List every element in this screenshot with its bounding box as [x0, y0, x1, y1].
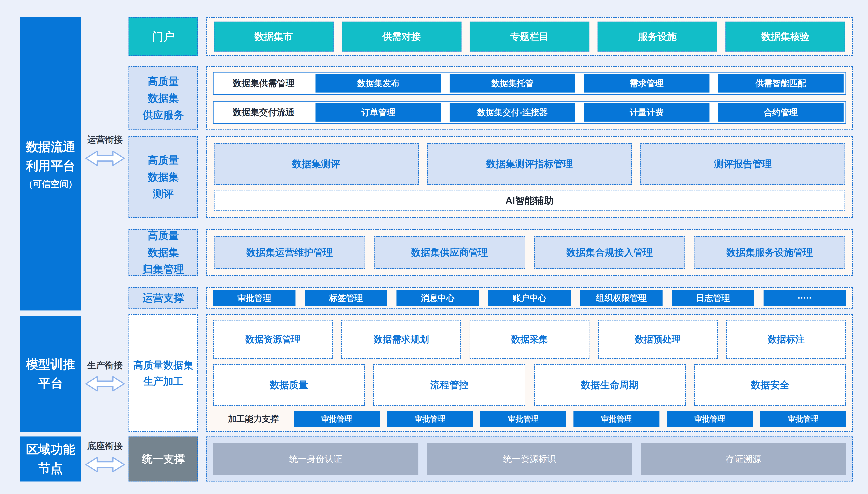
- processing-support-row: 加工能力支撑 审批管理 审批管理 审批管理 审批管理 审批管理 审批管理: [213, 411, 846, 427]
- connector-label: 生产衔接: [87, 359, 123, 371]
- row-label-collection: 高质量 数据集 归集管理: [129, 229, 198, 276]
- module-chip-approval: 审批管理: [667, 411, 753, 427]
- module-card-ops-maintenance: 数据集运营维护管理: [214, 236, 365, 269]
- row-label-text: 高质量数据集: [133, 357, 193, 373]
- module-card-evaluation-indicator: 数据集测评指标管理: [427, 143, 632, 185]
- module-chip-message-center: 消息中心: [397, 290, 479, 306]
- pillar-data-circulation-platform: 数据流通 利用平台 （可信空间）: [20, 17, 81, 310]
- row-label-text: 门户: [152, 27, 174, 45]
- module-chip-smart-matching: 供需智能匹配: [718, 74, 844, 93]
- pillar-regional-function-node: 区域功能 节点: [20, 436, 81, 481]
- module-card-data-quality: 数据质量: [213, 364, 365, 406]
- module-chip-order-mgmt: 订单管理: [315, 103, 441, 121]
- row-label-text: 统一支撑: [142, 450, 185, 468]
- row-label-text: 高质量: [148, 152, 179, 169]
- module-chip-tag-mgmt: 标签管理: [305, 290, 387, 306]
- delivery-circulation-group: 数据集交付流通 订单管理 数据集交付-连接器 计量计费 合约管理: [213, 101, 846, 124]
- module-chip-contract-mgmt: 合约管理: [718, 103, 844, 121]
- unified-row-container: 统一身份认证 统一资源标识 存证溯源: [207, 436, 853, 481]
- group-title: 数据集交付流通: [214, 107, 313, 118]
- module-card-process-control: 流程管控: [373, 364, 525, 406]
- module-card-evidence-trace: 存证溯源: [641, 443, 846, 475]
- module-chip-more: ·····: [764, 290, 846, 306]
- pillar-subtitle: （可信空间）: [24, 178, 77, 190]
- row-label-text: 数据集: [148, 90, 179, 107]
- pillar-title-line: 区域功能: [26, 440, 75, 459]
- module-chip-approval: 审批管理: [480, 411, 566, 427]
- connector-production: 生产衔接: [81, 359, 129, 393]
- module-chip-approval: 审批管理: [574, 411, 659, 427]
- row-label-text: 运营支撑: [142, 289, 184, 306]
- portal-row-container: 数据集市 供需对接 专题栏目 服务设施 数据集核验: [207, 17, 853, 56]
- module-chip-demand-mgmt: 需求管理: [584, 74, 710, 93]
- row-label-text: 生产加工: [143, 373, 183, 390]
- module-chip-approval: 审批管理: [387, 411, 473, 427]
- architecture-diagram: 数据流通 利用平台 （可信空间） 模型训推 平台 区域功能 节点 运营衔接 生产…: [0, 0, 868, 494]
- module-card-data-security: 数据安全: [694, 364, 846, 406]
- group-buttons: 数据集发布 数据集托管 需求管理 供需智能匹配: [313, 74, 846, 93]
- module-card-evaluation-report: 测评报告管理: [640, 143, 845, 185]
- module-card-data-lifecycle: 数据生命周期: [534, 364, 686, 406]
- module-card-supplier-mgmt: 数据集供应商管理: [374, 236, 525, 269]
- supply-row-container: 数据集供需管理 数据集发布 数据集托管 需求管理 供需智能匹配 数据集交付流通 …: [207, 66, 853, 130]
- row-label-text: 高质量: [148, 227, 179, 244]
- ai-assist-banner: AI智能辅助: [214, 190, 845, 211]
- module-card-resource-id: 统一资源标识: [427, 443, 632, 475]
- module-chip-account-center: 账户中心: [488, 290, 571, 306]
- module-card-data-resource: 数据资源管理: [213, 320, 333, 359]
- pillar-title-line: 模型训推: [26, 355, 75, 374]
- production-row-container: 数据资源管理 数据需求规划 数据采集 数据预处理 数据标注 数据质量 流程管控 …: [207, 314, 853, 432]
- row-label-portal: 门户: [129, 17, 198, 56]
- connector-operations: 运营衔接: [81, 134, 129, 167]
- connector-base: 底座衔接: [81, 440, 129, 473]
- operations-row-container: 审批管理 标签管理 消息中心 账户中心 组织权限管理 日志管理 ·····: [207, 287, 853, 308]
- module-chip-metering-billing: 计量计费: [584, 103, 710, 121]
- row-label-production: 高质量数据集 生产加工: [129, 314, 198, 432]
- module-chip-dataset-publish: 数据集发布: [315, 74, 441, 93]
- portal-chip-supply-demand: 供需对接: [342, 22, 462, 52]
- module-card-identity-auth: 统一身份认证: [213, 443, 419, 475]
- module-card-service-facility-mgmt: 数据集服务设施管理: [694, 236, 845, 269]
- supply-demand-group: 数据集供需管理 数据集发布 数据集托管 需求管理 供需智能匹配: [213, 72, 846, 95]
- module-card-dataset-evaluation: 数据集测评: [214, 143, 419, 185]
- row-label-evaluation: 高质量 数据集 测评: [129, 136, 198, 218]
- pillar-title-line: 利用平台: [26, 156, 75, 175]
- module-chip-dataset-hosting: 数据集托管: [449, 74, 575, 93]
- module-chip-approval: 审批管理: [760, 411, 846, 427]
- module-chip-log-mgmt: 日志管理: [672, 290, 754, 306]
- double-arrow-icon: [85, 375, 125, 393]
- row-label-text: 供应服务: [142, 107, 184, 123]
- portal-chip-data-market: 数据集市: [214, 22, 333, 52]
- row-label-operations-support: 运营支撑: [129, 287, 198, 308]
- collection-row-container: 数据集运营维护管理 数据集供应商管理 数据集合规接入管理 数据集服务设施管理: [207, 229, 853, 276]
- approval-buttons: 审批管理 审批管理 审批管理 审批管理 审批管理 审批管理: [294, 411, 846, 427]
- module-chip-org-permission: 组织权限管理: [580, 290, 662, 306]
- group-title: 数据集供需管理: [214, 77, 313, 89]
- row-label-unified-support: 统一支撑: [129, 436, 198, 481]
- processing-support-label: 加工能力支撑: [213, 413, 294, 424]
- module-card-data-annotation: 数据标注: [726, 320, 846, 359]
- module-chip-delivery-connector: 数据集交付-连接器: [449, 103, 575, 121]
- module-card-data-demand-plan: 数据需求规划: [341, 320, 461, 359]
- module-chip-approval-mgmt: 审批管理: [213, 290, 295, 306]
- module-card-data-preprocess: 数据预处理: [598, 320, 718, 359]
- portal-chip-dataset-verify: 数据集核验: [726, 22, 845, 52]
- evaluation-cards: 数据集测评 数据集测评指标管理 测评报告管理: [214, 143, 845, 185]
- pillar-model-training-platform: 模型训推 平台: [20, 316, 81, 432]
- row-label-supply-service: 高质量 数据集 供应服务: [129, 66, 198, 130]
- portal-chip-service-facility: 服务设施: [598, 22, 717, 52]
- double-arrow-icon: [85, 150, 125, 167]
- connector-label: 运营衔接: [87, 134, 123, 146]
- double-arrow-icon: [85, 456, 125, 473]
- row-label-text: 归集管理: [142, 261, 184, 278]
- module-chip-approval: 审批管理: [294, 411, 380, 427]
- module-card-data-collect: 数据采集: [469, 320, 590, 359]
- module-card-compliance-access: 数据集合规接入管理: [534, 236, 686, 269]
- row-label-text: 高质量: [148, 73, 179, 90]
- connector-label: 底座衔接: [87, 440, 123, 452]
- row-label-text: 测评: [153, 186, 174, 202]
- portal-chip-topic-column: 专题栏目: [469, 22, 590, 52]
- evaluation-row-container: 数据集测评 数据集测评指标管理 测评报告管理 AI智能辅助: [207, 136, 853, 218]
- production-cards-row1: 数据资源管理 数据需求规划 数据采集 数据预处理 数据标注: [213, 320, 846, 359]
- pillar-title-line: 平台: [38, 374, 63, 393]
